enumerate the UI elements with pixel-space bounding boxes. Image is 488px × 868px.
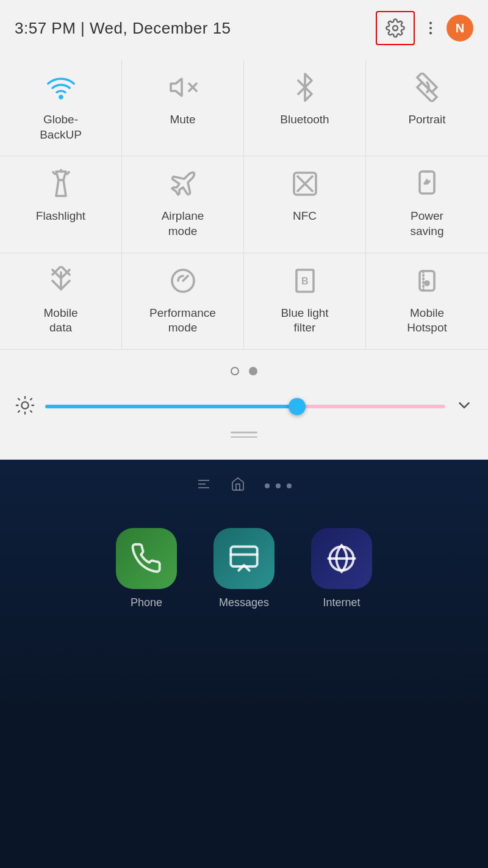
svg-line-24 <box>18 399 20 400</box>
portrait-icon <box>411 71 443 104</box>
settings-button[interactable] <box>376 11 415 45</box>
brightness-thumb[interactable] <box>289 398 306 415</box>
svg-line-10 <box>67 172 69 174</box>
svg-line-28 <box>18 411 20 412</box>
brightness-icon <box>15 395 35 418</box>
tile-mute-label: Mute <box>170 112 195 128</box>
svg-point-0 <box>393 26 398 31</box>
tile-portrait-label: Portrait <box>408 112 445 128</box>
tile-airplane-label: Airplanemode <box>162 209 204 239</box>
mute-icon <box>167 71 199 104</box>
tile-bluetooth-label: Bluetooth <box>280 112 329 128</box>
avatar: N <box>447 15 473 42</box>
internet-label: Internet <box>323 596 360 609</box>
tile-hotspot-label: MobileHotspot <box>407 306 447 336</box>
chevron-down-icon <box>455 396 473 414</box>
nav-back-button[interactable] <box>196 477 211 495</box>
status-time-date: 3:57 PM | Wed, December 15 <box>15 19 231 38</box>
expand-button[interactable] <box>455 396 473 417</box>
powersaving-icon <box>411 167 443 200</box>
nav-dot-2 <box>276 483 281 488</box>
tile-bluelight[interactable]: B Blue lightfilter <box>244 253 366 350</box>
page-indicators <box>0 356 488 384</box>
tile-performance[interactable]: Performancemode <box>122 253 244 350</box>
page-dot-1[interactable] <box>231 367 239 375</box>
hotspot-icon <box>411 264 443 297</box>
nav-bar <box>0 460 488 510</box>
status-right: N <box>376 11 473 45</box>
performance-icon <box>167 264 199 297</box>
notification-panel: 3:57 PM | Wed, December 15 N <box>0 0 488 460</box>
svg-point-1 <box>429 22 432 24</box>
brightness-slider[interactable] <box>45 405 445 408</box>
messages-icon <box>214 528 274 589</box>
svg-line-25 <box>30 411 32 412</box>
svg-point-4 <box>60 96 62 98</box>
tile-flashlight[interactable]: Flashlight <box>0 156 122 253</box>
home-screen: Phone Messages Internet <box>0 460 488 710</box>
bluetooth-icon <box>289 71 321 104</box>
svg-line-9 <box>53 172 55 174</box>
tile-wifi-label: Globe-BackUP <box>40 112 82 142</box>
tile-portrait[interactable]: Portrait <box>366 60 488 156</box>
page-dot-2[interactable] <box>249 367 257 375</box>
svg-marker-5 <box>171 79 182 96</box>
flashlight-icon <box>45 167 77 200</box>
tile-hotspot[interactable]: MobileHotspot <box>366 253 488 350</box>
date: Wed, December 15 <box>90 19 231 37</box>
wifi-icon <box>45 71 77 104</box>
app-row: Phone Messages Internet <box>0 510 488 621</box>
drag-line-2 <box>231 436 257 438</box>
svg-rect-33 <box>231 547 257 567</box>
phone-icon <box>116 528 177 589</box>
tile-wifi[interactable]: Globe-BackUP <box>0 60 122 156</box>
internet-icon <box>311 528 372 589</box>
tile-mobiledata-label: Mobiledata <box>44 306 78 336</box>
quick-settings-grid: Globe-BackUP Mute Bluetooth <box>0 54 488 356</box>
drag-line-1 <box>231 432 257 433</box>
brightness-row <box>0 384 488 427</box>
app-messages[interactable]: Messages <box>214 528 274 609</box>
tile-bluetooth[interactable]: Bluetooth <box>244 60 366 156</box>
airplane-icon <box>167 167 199 200</box>
svg-point-20 <box>425 281 429 285</box>
svg-point-2 <box>429 27 432 29</box>
nav-dot-1 <box>265 483 270 488</box>
more-options-button[interactable] <box>420 17 442 39</box>
tile-flashlight-label: Flashlight <box>36 209 85 224</box>
tile-powersaving-label: Powersaving <box>411 209 444 239</box>
mobiledata-icon <box>45 264 77 297</box>
phone-label: Phone <box>131 596 162 609</box>
messages-label: Messages <box>219 596 269 609</box>
tile-bluelight-label: Blue lightfilter <box>281 306 328 336</box>
home-icon <box>231 477 245 491</box>
status-bar: 3:57 PM | Wed, December 15 N <box>0 0 488 54</box>
nav-dot-3 <box>287 483 292 488</box>
tile-mute[interactable]: Mute <box>122 60 244 156</box>
bluelight-icon: B <box>289 264 321 297</box>
tile-nfc[interactable]: NFC <box>244 156 366 253</box>
svg-point-3 <box>429 32 432 34</box>
tile-nfc-label: NFC <box>293 209 317 224</box>
app-internet[interactable]: Internet <box>311 528 372 609</box>
clock: 3:57 PM <box>15 19 76 37</box>
tile-powersaving[interactable]: Powersaving <box>366 156 488 253</box>
tile-performance-label: Performancemode <box>149 306 216 336</box>
tile-mobiledata[interactable]: Mobiledata <box>0 253 122 350</box>
nav-page-dots <box>265 483 292 488</box>
app-phone[interactable]: Phone <box>116 528 177 609</box>
svg-point-21 <box>21 402 28 408</box>
back-icon <box>196 477 211 491</box>
separator: | <box>81 19 90 37</box>
gear-icon <box>386 18 405 38</box>
nav-home-button[interactable] <box>231 477 245 495</box>
more-dots-icon <box>422 20 439 37</box>
svg-line-29 <box>30 399 32 400</box>
tile-airplane[interactable]: Airplanemode <box>122 156 244 253</box>
svg-text:B: B <box>301 276 309 286</box>
nfc-icon <box>289 167 321 200</box>
drag-handle[interactable] <box>0 427 488 447</box>
